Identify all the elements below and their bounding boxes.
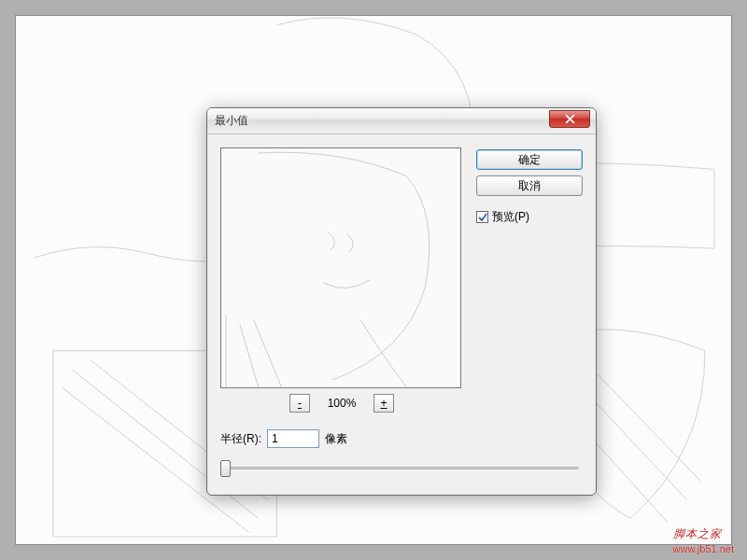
close-icon [565,114,575,124]
cancel-button[interactable]: 取消 [476,175,583,196]
preview-box[interactable] [220,147,461,388]
plus-icon: + [380,398,387,409]
zoom-in-button[interactable]: + [374,394,394,413]
preview-checkbox[interactable] [476,211,488,223]
radius-unit: 像素 [325,431,347,447]
ok-button[interactable]: 确定 [476,149,583,170]
dialog-title: 最小值 [213,113,248,129]
dialog-titlebar[interactable]: 最小值 [207,108,596,134]
watermark-text: 脚本之家 [673,527,722,540]
radius-row: 半径(R): 像素 [220,429,347,448]
slider-track [224,467,579,469]
minus-icon: - [298,398,302,409]
preview-checkbox-row[interactable]: 预览(P) [476,209,583,225]
radius-input[interactable] [267,429,319,448]
watermark: 脚本之家 www.jb51.net [673,519,734,554]
check-icon [478,213,487,222]
slider-thumb[interactable] [220,460,231,477]
close-button[interactable] [549,110,590,128]
radius-label: 半径(R): [220,431,261,447]
zoom-out-button[interactable]: - [289,394,310,413]
zoom-value: 100% [321,397,362,410]
radius-slider[interactable] [220,457,583,476]
preview-sketch [221,148,460,387]
watermark-url: www.jb51.net [673,543,734,554]
minimum-filter-dialog: 最小值 [206,107,597,496]
preview-label: 预览(P) [492,209,529,225]
